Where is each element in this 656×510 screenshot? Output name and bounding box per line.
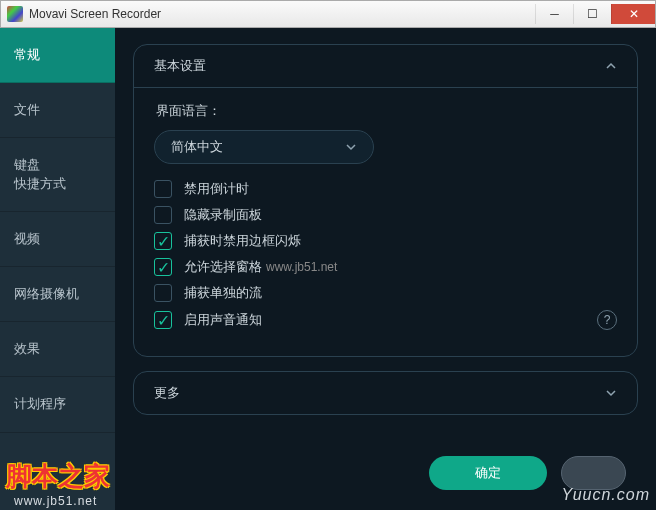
app-logo-icon (7, 6, 23, 22)
panel-title: 基本设置 (154, 57, 206, 75)
sidebar-item-general[interactable]: 常规 (0, 28, 115, 83)
checkbox[interactable]: ✓ (154, 311, 172, 329)
window-title: Movavi Screen Recorder (29, 7, 161, 21)
checkbox[interactable]: ✓ (154, 232, 172, 250)
ok-label: 确定 (475, 464, 501, 482)
minimize-button[interactable]: ─ (535, 4, 573, 24)
titlebar: Movavi Screen Recorder ─ ☐ ✕ (0, 0, 656, 28)
sidebar-item-video[interactable]: 视频 (0, 212, 115, 267)
language-select[interactable]: 简体中文 (154, 130, 374, 164)
sidebar: 常规 文件 键盘 快捷方式 视频 网络摄像机 效果 计划程序 (0, 28, 115, 510)
watermark-text: www.jb51.net (266, 260, 337, 274)
chevron-down-icon (345, 141, 357, 153)
option-hide-panel: 隐藏录制面板 (154, 206, 617, 224)
sidebar-item-label: 键盘 快捷方式 (14, 157, 66, 190)
checkbox[interactable] (154, 206, 172, 224)
sidebar-item-effects[interactable]: 效果 (0, 322, 115, 377)
help-icon[interactable]: ? (597, 310, 617, 330)
option-label: 启用声音通知 (184, 311, 262, 329)
option-capture-separate-stream: 捕获单独的流 (154, 284, 617, 302)
sidebar-item-label: 常规 (14, 47, 40, 62)
sidebar-item-label: 效果 (14, 341, 40, 356)
checkbox[interactable] (154, 284, 172, 302)
sidebar-item-scheduler[interactable]: 计划程序 (0, 377, 115, 432)
cancel-button[interactable] (561, 456, 626, 490)
panel-more: 更多 (133, 371, 638, 415)
dialog-footer: 确定 (429, 456, 626, 490)
language-label: 界面语言： (156, 102, 617, 120)
chevron-up-icon (605, 60, 617, 72)
option-label: 禁用倒计时 (184, 180, 249, 198)
option-allow-window-select: ✓ 允许选择窗格 www.jb51.net (154, 258, 617, 276)
sidebar-item-keyboard[interactable]: 键盘 快捷方式 (0, 138, 115, 211)
sidebar-item-webcam[interactable]: 网络摄像机 (0, 267, 115, 322)
maximize-button[interactable]: ☐ (573, 4, 611, 24)
sidebar-item-label: 文件 (14, 102, 40, 117)
panel-title: 更多 (154, 384, 180, 402)
watermark-url: www.jb51.net (14, 494, 97, 508)
ok-button[interactable]: 确定 (429, 456, 547, 490)
panel-basic-header[interactable]: 基本设置 (134, 45, 637, 87)
watermark-logo: 脚本之家 (6, 459, 110, 494)
option-label: 捕获时禁用边框闪烁 (184, 232, 301, 250)
panel-more-header[interactable]: 更多 (134, 372, 637, 414)
option-disable-frame-blink: ✓ 捕获时禁用边框闪烁 (154, 232, 617, 250)
sidebar-item-file[interactable]: 文件 (0, 83, 115, 138)
option-label: 允许选择窗格 (184, 258, 262, 276)
sidebar-item-label: 计划程序 (14, 396, 66, 411)
close-button[interactable]: ✕ (611, 4, 655, 24)
language-value: 简体中文 (171, 138, 223, 156)
sidebar-item-label: 网络摄像机 (14, 286, 79, 301)
window-controls: ─ ☐ ✕ (535, 4, 655, 24)
sidebar-item-label: 视频 (14, 231, 40, 246)
option-sound-notification: ✓ 启用声音通知 ? (154, 310, 617, 330)
option-disable-countdown: 禁用倒计时 (154, 180, 617, 198)
option-label: 隐藏录制面板 (184, 206, 262, 224)
watermark-right: Yuucn.com (562, 486, 650, 504)
panel-basic-settings: 基本设置 界面语言： 简体中文 禁用倒计时 隐藏录制面板 ✓ (133, 44, 638, 357)
checkbox[interactable]: ✓ (154, 258, 172, 276)
chevron-down-icon (605, 387, 617, 399)
checkbox[interactable] (154, 180, 172, 198)
option-label: 捕获单独的流 (184, 284, 262, 302)
